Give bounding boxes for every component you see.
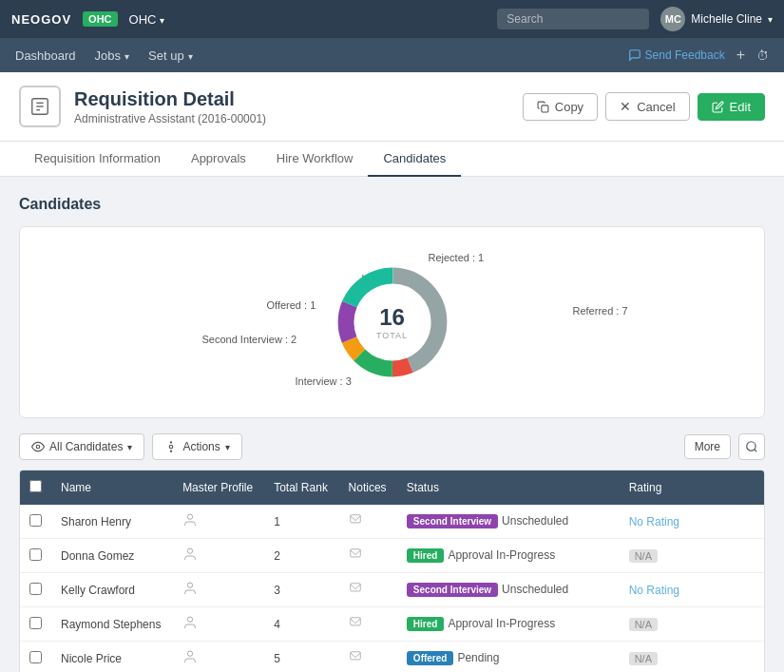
edit-button[interactable]: Edit bbox=[698, 93, 765, 121]
page-title: Requisition Detail bbox=[74, 88, 266, 110]
row-checkbox[interactable] bbox=[29, 617, 42, 629]
candidate-status: OfferedPending bbox=[397, 642, 620, 673]
row-checkbox[interactable] bbox=[29, 651, 42, 663]
master-profile-icon[interactable] bbox=[173, 539, 264, 573]
neogov-logo: NEOGOV bbox=[11, 12, 71, 27]
table-body: Sharon Henry1Second InterviewUnscheduled… bbox=[20, 505, 764, 672]
candidates-dropdown-icon[interactable] bbox=[127, 440, 132, 453]
requisition-icon bbox=[29, 96, 50, 117]
main-content: Candidates Rejected : 1 Hired : 2 Offere… bbox=[0, 177, 784, 672]
row-checkbox[interactable] bbox=[29, 548, 42, 561]
cancel-button[interactable]: ✕ Cancel bbox=[605, 92, 689, 121]
master-profile-icon[interactable] bbox=[173, 642, 264, 673]
tab-hire-workflow[interactable]: Hire Workflow bbox=[261, 142, 369, 177]
na-badge: N/A bbox=[629, 618, 658, 631]
svg-point-9 bbox=[747, 442, 755, 451]
total-rank: 2 bbox=[264, 539, 338, 573]
label-referred: Referred : 7 bbox=[573, 305, 649, 317]
more-btn[interactable]: More bbox=[684, 434, 731, 459]
tab-candidates[interactable]: Candidates bbox=[368, 142, 461, 177]
table-row: Nicole Price5OfferedPendingN/A bbox=[20, 642, 764, 673]
master-profile-icon[interactable] bbox=[173, 607, 264, 642]
svg-point-11 bbox=[187, 514, 192, 519]
sidebar-item-jobs[interactable]: Jobs bbox=[95, 48, 129, 63]
org-dropdown-icon[interactable] bbox=[160, 12, 164, 27]
row-checkbox[interactable] bbox=[29, 514, 42, 527]
na-badge: N/A bbox=[629, 652, 658, 665]
user-menu[interactable]: MC Michelle Cline bbox=[660, 7, 773, 31]
svg-rect-18 bbox=[350, 618, 360, 625]
search-input[interactable] bbox=[497, 9, 649, 29]
section-title: Candidates bbox=[19, 196, 765, 213]
master-profile-icon[interactable] bbox=[173, 505, 264, 539]
sidebar-item-setup[interactable]: Set up bbox=[148, 48, 193, 63]
add-btn[interactable]: + bbox=[736, 47, 745, 64]
page-header: Requisition Detail Administrative Assist… bbox=[0, 72, 784, 142]
donut-wrapper: 16 TOTAL bbox=[326, 256, 459, 389]
send-feedback-btn[interactable]: Send Feedback bbox=[628, 48, 725, 62]
actions-icon bbox=[164, 440, 178, 453]
svg-point-17 bbox=[187, 617, 192, 622]
page-header-actions: Copy ✕ Cancel Edit bbox=[523, 92, 765, 121]
svg-point-6 bbox=[170, 445, 174, 449]
org-name[interactable]: OHC bbox=[129, 12, 165, 27]
actions-dropdown-icon[interactable] bbox=[225, 440, 230, 453]
status-badge: Offered bbox=[407, 651, 454, 665]
tabs-bar: Requisition Information Approvals Hire W… bbox=[0, 142, 784, 177]
copy-icon bbox=[537, 101, 549, 113]
col-total-rank: Total Rank bbox=[264, 470, 338, 505]
no-rating-link[interactable]: No Rating bbox=[629, 584, 679, 597]
actions-btn[interactable]: Actions bbox=[152, 433, 241, 460]
page-title-group: Requisition Detail Administrative Assist… bbox=[74, 88, 266, 125]
table-row: Sharon Henry1Second InterviewUnscheduled… bbox=[20, 505, 764, 539]
select-all-checkbox[interactable] bbox=[29, 480, 42, 492]
status-badge: Second Interview bbox=[407, 514, 498, 528]
chart-card: Rejected : 1 Hired : 2 Offered : 1 Secon… bbox=[19, 226, 765, 418]
candidate-rating: N/A bbox=[620, 642, 764, 673]
tab-approvals[interactable]: Approvals bbox=[176, 142, 261, 177]
tab-requisition-information[interactable]: Requisition Information bbox=[19, 142, 176, 177]
notices bbox=[339, 642, 397, 673]
col-name: Name bbox=[51, 470, 173, 505]
status-text: Unscheduled bbox=[502, 514, 568, 528]
status-badge: Second Interview bbox=[407, 583, 498, 597]
status-text: Pending bbox=[457, 651, 499, 664]
sidebar-item-dashboard[interactable]: Dashboard bbox=[15, 48, 76, 63]
svg-rect-20 bbox=[350, 652, 360, 660]
page-subtitle: Administrative Assistant (2016-00001) bbox=[74, 112, 266, 125]
candidate-rating: No Rating bbox=[620, 505, 764, 539]
no-rating-link[interactable]: No Rating bbox=[629, 515, 679, 528]
row-checkbox[interactable] bbox=[29, 583, 42, 595]
avatar: MC bbox=[660, 7, 685, 31]
jobs-dropdown-icon[interactable] bbox=[124, 48, 129, 63]
master-profile-icon[interactable] bbox=[173, 573, 264, 607]
cancel-icon: ✕ bbox=[620, 99, 631, 114]
total-rank: 3 bbox=[264, 573, 338, 607]
svg-point-8 bbox=[171, 451, 172, 451]
donut-label: TOTAL bbox=[376, 331, 408, 340]
org-badge: OHC bbox=[83, 11, 117, 27]
col-notices: Notices bbox=[339, 470, 397, 505]
candidate-name: Sharon Henry bbox=[51, 505, 173, 539]
candidate-status: Second InterviewUnscheduled bbox=[397, 505, 620, 539]
status-text: Approval In-Progress bbox=[448, 617, 555, 630]
candidate-rating: N/A bbox=[620, 539, 764, 573]
table-search-icon[interactable] bbox=[738, 433, 765, 460]
top-nav: NEOGOV OHC OHC MC Michelle Cline bbox=[0, 0, 784, 38]
table-row: Raymond Stephens4HiredApproval In-Progre… bbox=[20, 607, 764, 642]
setup-dropdown-icon[interactable] bbox=[188, 48, 193, 63]
status-text: Approval In-Progress bbox=[448, 548, 555, 562]
candidate-status: Second InterviewUnscheduled bbox=[397, 573, 620, 607]
notices bbox=[339, 539, 397, 573]
clock-icon[interactable]: ⏱ bbox=[756, 48, 769, 63]
user-dropdown-icon[interactable] bbox=[768, 12, 773, 26]
chart-area: Rejected : 1 Hired : 2 Offered : 1 Secon… bbox=[126, 246, 659, 398]
col-rating: Rating bbox=[620, 470, 764, 505]
table: Name Master Profile Total Rank Notices S… bbox=[20, 470, 764, 672]
total-rank: 4 bbox=[264, 607, 338, 642]
candidate-name: Raymond Stephens bbox=[51, 607, 173, 642]
svg-point-7 bbox=[171, 442, 172, 443]
copy-button[interactable]: Copy bbox=[523, 93, 598, 121]
page-icon bbox=[19, 86, 61, 127]
all-candidates-btn[interactable]: All Candidates bbox=[19, 433, 144, 460]
